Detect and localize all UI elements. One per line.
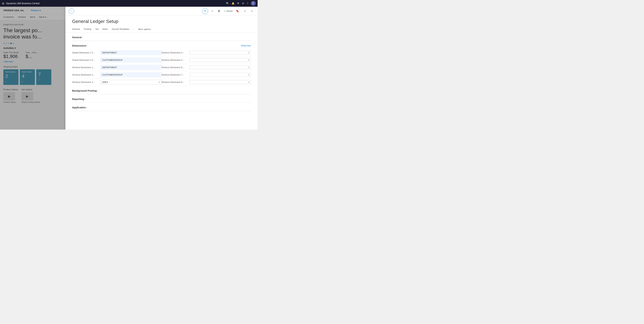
- modal-toolbar: ‹ ✎ + 🗑 ✓ Saved 🔖 ⤢ ⤡: [66, 7, 258, 15]
- dim-row-global1: Global Dimension 1 C... DEPARTMENT: [72, 49, 162, 56]
- dim-label-shortcut2: Shortcut Dimension 2...: [72, 73, 99, 76]
- dim-label-shortcut6: Shortcut Dimension 6...: [162, 66, 188, 69]
- dim-dropdown-shortcut4[interactable]: ▾: [190, 51, 251, 55]
- chevron-down-icon: ▾: [248, 66, 249, 68]
- dim-label-global1: Global Dimension 1 C...: [72, 51, 99, 54]
- dim-row-shortcut4: Shortcut Dimension 4... ▾: [162, 49, 251, 56]
- show-less-btn[interactable]: Show less: [241, 44, 251, 47]
- dimensions-grid: Global Dimension 1 C... DEPARTMENT Short…: [72, 49, 251, 86]
- flag-icon[interactable]: ⚑: [237, 2, 239, 5]
- dimensions-title: Dimensions: [72, 44, 86, 47]
- dim-row-shortcut8: Shortcut Dimension 8... ▾: [162, 79, 251, 86]
- chevron-right-icon: ›: [98, 90, 98, 92]
- edit-button[interactable]: ✎: [202, 8, 208, 14]
- saved-status: ✓ Saved: [224, 10, 232, 12]
- help-icon[interactable]: ?: [247, 2, 248, 5]
- chevron-right-icon: ›: [86, 106, 87, 109]
- dim-row-shortcut5: Shortcut Dimension 5... ▾: [162, 56, 251, 64]
- dim-row-shortcut6: Shortcut Dimension 6... ▾: [162, 64, 251, 71]
- top-bar-icons: 🔍 🔔 ⚑ ⚙ ? F: [226, 1, 256, 6]
- application-section[interactable]: Application ›: [72, 103, 251, 111]
- chevron-down-icon: ▾: [248, 74, 249, 76]
- chevron-down-icon: ▾: [248, 81, 249, 83]
- dimensions-header: Dimensions Show less: [72, 41, 251, 49]
- tab-bank[interactable]: Bank: [103, 26, 108, 32]
- delete-button[interactable]: 🗑: [216, 9, 222, 13]
- dim-value-shortcut2[interactable]: CUSTOMERGROUP: [100, 72, 162, 77]
- expand-button[interactable]: ⤡: [250, 9, 254, 13]
- modal-panel: ‹ ✎ + 🗑 ✓ Saved 🔖 ⤢ ⤡ General Ledger Set…: [66, 7, 258, 130]
- more-options[interactable]: More options: [138, 26, 150, 32]
- modal-tabs: General Posting Tax Bank Journal Templat…: [66, 26, 258, 32]
- check-icon: ✓: [224, 10, 226, 12]
- dimensions-section: Dimensions Show less Global Dimension 1 …: [72, 41, 251, 86]
- dim-row-shortcut3: Shortcut Dimension 3... AREA ▾: [72, 79, 162, 86]
- chevron-right-icon: ›: [82, 36, 83, 38]
- dim-dropdown-shortcut3[interactable]: AREA ▾: [100, 80, 162, 84]
- bookmark-button[interactable]: 🔖: [234, 9, 240, 13]
- dim-value-global2[interactable]: CUSTOMERGROUP: [100, 58, 162, 62]
- modal-body: General › Dimensions Show less Global Di…: [66, 32, 258, 130]
- tab-posting[interactable]: Posting: [84, 26, 91, 32]
- dim-label-global2: Global Dimension 2 C...: [72, 59, 99, 61]
- open-new-button[interactable]: ⤢: [242, 9, 247, 13]
- back-button[interactable]: ‹: [69, 8, 74, 14]
- dim-label-shortcut1: Shortcut Dimension 1...: [72, 66, 99, 69]
- avatar[interactable]: F: [251, 1, 256, 6]
- dim-dropdown-shortcut8[interactable]: ▾: [190, 80, 251, 84]
- dim-value-shortcut1[interactable]: DEPARTMENT: [100, 65, 162, 70]
- dim-dropdown-shortcut7[interactable]: ▾: [190, 73, 251, 77]
- dim-dropdown-shortcut6[interactable]: ▾: [190, 65, 251, 69]
- modal-header: General Ledger Setup: [66, 15, 258, 26]
- chevron-down-icon: ▾: [248, 52, 249, 54]
- dim-row-shortcut1: Shortcut Dimension 1... DEPARTMENT: [72, 64, 162, 71]
- tab-journal-templates[interactable]: Journal Templates: [112, 26, 129, 32]
- dim-label-shortcut5: Shortcut Dimension 5...: [162, 59, 188, 61]
- top-nav-bar: ⊞ Dynamics 365 Business Central 🔍 🔔 ⚑ ⚙ …: [0, 0, 258, 7]
- app-title: Dynamics 365 Business Central: [6, 2, 224, 5]
- bell-icon[interactable]: 🔔: [232, 2, 234, 5]
- search-icon[interactable]: 🔍: [226, 2, 229, 5]
- dim-dropdown-shortcut5[interactable]: ▾: [190, 58, 251, 62]
- chevron-down-icon: ▾: [159, 81, 160, 83]
- reporting-section[interactable]: Reporting ›: [72, 94, 251, 103]
- dim-label-shortcut8: Shortcut Dimension 8...: [162, 81, 188, 83]
- dim-row-shortcut2: Shortcut Dimension 2... CUSTOMERGROUP: [72, 71, 162, 79]
- gear-icon[interactable]: ⚙: [242, 2, 244, 5]
- chevron-down-icon: ▾: [248, 59, 249, 61]
- add-button[interactable]: +: [210, 9, 214, 13]
- tab-divider: |: [133, 27, 134, 31]
- dim-label-shortcut4: Shortcut Dimension 4...: [162, 51, 188, 54]
- tab-general[interactable]: General: [72, 26, 80, 32]
- modal-title: General Ledger Setup: [72, 19, 251, 24]
- dim-value-global1[interactable]: DEPARTMENT: [100, 50, 162, 55]
- main-content: CRONUS USA, Inc. | Finance ▾ Customers V…: [0, 7, 258, 130]
- grid-icon[interactable]: ⊞: [2, 2, 4, 5]
- dim-label-shortcut7: Shortcut Dimension 7...: [162, 73, 188, 76]
- tab-tax[interactable]: Tax: [95, 26, 98, 32]
- chevron-right-icon: ›: [85, 98, 85, 100]
- background-posting-section[interactable]: Background Posting ›: [72, 86, 251, 94]
- dim-row-shortcut7: Shortcut Dimension 7... ▾: [162, 71, 251, 79]
- dim-label-shortcut3: Shortcut Dimension 3...: [72, 81, 99, 83]
- dim-row-global2: Global Dimension 2 C... CUSTOMERGROUP: [72, 56, 162, 64]
- general-section-header[interactable]: General ›: [72, 32, 251, 41]
